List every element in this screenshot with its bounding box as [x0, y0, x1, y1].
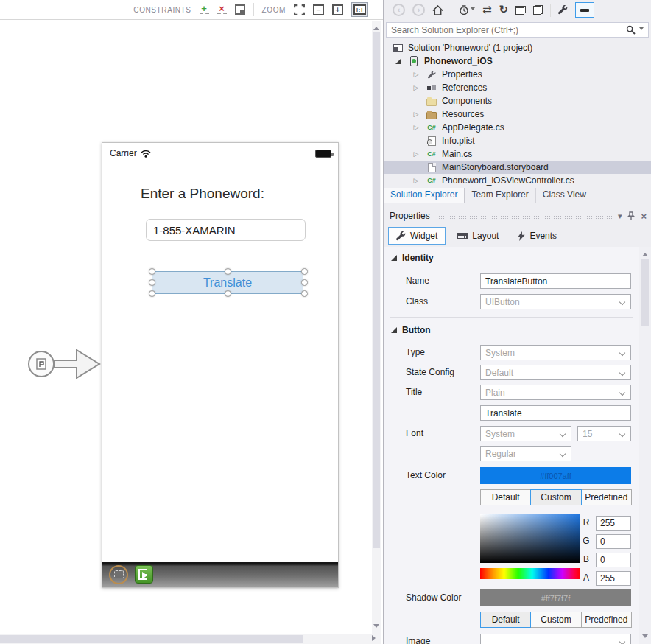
selection-handle[interactable] — [149, 268, 155, 275]
color-hue-slider[interactable] — [480, 568, 580, 579]
font-name-dropdown[interactable]: System — [480, 426, 571, 441]
tab-layout[interactable]: Layout — [448, 227, 507, 245]
selection-handle[interactable] — [301, 279, 308, 286]
chevron-right-icon[interactable]: ▷ — [412, 111, 420, 118]
window-position-icon[interactable]: ▾ — [618, 212, 622, 220]
refresh-icon[interactable]: ↻ — [499, 4, 509, 15]
exit-segue-icon[interactable] — [135, 565, 153, 584]
chevron-right-icon[interactable]: ▷ — [412, 124, 420, 131]
designer-vertical-scrollbar[interactable] — [372, 21, 381, 634]
scroll-down-arrow[interactable] — [642, 634, 648, 641]
selection-handle[interactable] — [149, 279, 155, 286]
tree-item-mainstoryboard[interactable]: MainStoryboard.storyboard — [384, 161, 651, 174]
designer-horizontal-scrollbar[interactable] — [0, 634, 381, 644]
chevron-right-icon[interactable]: ▷ — [412, 84, 420, 91]
scrollbar-thumb[interactable] — [0, 635, 303, 643]
scroll-up-arrow[interactable] — [642, 250, 648, 256]
chevron-right-icon[interactable]: ▷ — [412, 150, 420, 158]
phoneword-text-field[interactable]: 1-855-XAMARIN — [146, 219, 306, 241]
tree-item-viewcontroller[interactable]: ▷ C# Phoneword_iOSViewController.cs — [384, 174, 651, 187]
class-dropdown[interactable]: UIButton — [480, 294, 631, 309]
zoom-in-icon[interactable]: + — [332, 4, 343, 15]
zoom-fit-icon[interactable] — [294, 4, 305, 15]
blue-input[interactable]: 0 — [596, 553, 631, 567]
properties-scrollbar[interactable] — [639, 247, 651, 644]
chevron-expanded-icon[interactable] — [395, 59, 401, 64]
type-dropdown[interactable]: System — [480, 345, 631, 360]
swap-views-icon[interactable]: ⇄ — [482, 4, 492, 15]
scroll-down-arrow[interactable] — [373, 624, 379, 631]
selection-handle[interactable] — [225, 290, 231, 297]
cascade-windows-icon[interactable] — [515, 6, 526, 15]
scrollbar-thumb[interactable] — [373, 32, 380, 548]
translate-button-canvas[interactable]: Translate — [152, 271, 303, 294]
storyboard-entry-point-arrow[interactable] — [25, 343, 102, 385]
chevron-right-icon[interactable]: ▷ — [412, 177, 420, 184]
tree-item-maincs[interactable]: ▷ C# Main.cs — [384, 147, 651, 161]
green-input[interactable]: 0 — [596, 534, 631, 549]
scroll-right-arrow[interactable] — [372, 635, 379, 641]
selection-handle[interactable] — [301, 290, 308, 297]
red-input[interactable]: 255 — [596, 516, 631, 531]
alpha-input[interactable]: 255 — [596, 571, 631, 586]
tab-solution-explorer[interactable]: Solution Explorer — [384, 188, 465, 203]
storyboard-canvas[interactable]: Carrier Enter a Phoneword: 1-855-XAMARIN… — [0, 21, 372, 634]
custom-button[interactable]: Custom — [530, 612, 581, 628]
default-button[interactable]: Default — [480, 612, 531, 628]
tab-events[interactable]: Events — [510, 227, 565, 245]
shadow-color-swatch[interactable]: #ff7f7f7f — [480, 589, 631, 606]
properties-title-bar[interactable]: Properties ▾ × — [384, 209, 651, 223]
close-icon[interactable]: × — [641, 211, 647, 221]
home-icon[interactable] — [432, 5, 443, 15]
scroll-up-arrow[interactable] — [373, 24, 379, 30]
title-mode-dropdown[interactable]: Plain — [480, 385, 631, 400]
tree-item-appdelegate[interactable]: ▷ C# AppDelegate.cs — [384, 121, 651, 134]
copy-documents-icon[interactable] — [533, 5, 543, 15]
section-identity[interactable]: Identity — [391, 253, 434, 263]
remove-constraint-icon[interactable]: × — [217, 5, 227, 14]
view-controller-frame[interactable]: Carrier Enter a Phoneword: 1-855-XAMARIN… — [102, 142, 339, 588]
add-constraint-icon[interactable]: + — [200, 5, 209, 14]
font-style-dropdown[interactable]: Regular — [480, 446, 571, 461]
zoom-out-icon[interactable]: – — [313, 4, 324, 15]
chevron-down-icon[interactable] — [639, 27, 644, 32]
predefined-button[interactable]: Predefined — [581, 489, 632, 505]
image-dropdown[interactable] — [480, 634, 631, 644]
tree-item-properties[interactable]: ▷ Properties — [384, 68, 651, 81]
section-button[interactable]: Button — [391, 325, 431, 335]
color-saturation-picker[interactable] — [480, 514, 580, 563]
selection-handle[interactable] — [301, 268, 308, 275]
navigate-back-icon[interactable]: ‹ — [393, 4, 405, 16]
tab-class-view[interactable]: Class View — [536, 188, 593, 203]
view-controller-icon[interactable] — [109, 565, 128, 584]
update-constraints-icon[interactable] — [235, 4, 245, 15]
search-icon[interactable] — [626, 25, 636, 35]
tab-widget[interactable]: Widget — [388, 227, 446, 245]
wrench-icon[interactable] — [558, 5, 568, 15]
tree-item-resources[interactable]: ▷ Resources — [384, 108, 651, 121]
tree-item-solution[interactable]: Solution 'Phoneword' (1 project) — [384, 41, 651, 55]
default-button[interactable]: Default — [480, 489, 531, 505]
selection-handle[interactable] — [225, 268, 231, 275]
history-dropdown[interactable] — [459, 5, 475, 15]
chevron-right-icon[interactable]: ▷ — [412, 71, 420, 78]
state-config-dropdown[interactable]: Default — [480, 365, 631, 380]
tree-item-project[interactable]: Phoneword_iOS — [384, 55, 651, 68]
tree-item-infoplist[interactable]: Info.plist — [384, 134, 651, 147]
name-input[interactable]: TranslateButton — [480, 273, 631, 289]
solution-explorer-search[interactable]: Search Solution Explorer (Ctrl+;) — [386, 22, 649, 38]
zoom-actual-size-button[interactable]: I:I — [351, 2, 368, 17]
navigate-forward-icon[interactable]: › — [412, 4, 425, 16]
tree-item-components[interactable]: Components — [384, 94, 651, 108]
pin-icon[interactable] — [627, 211, 635, 221]
tab-team-explorer[interactable]: Team Explorer — [465, 188, 535, 203]
title-text-input[interactable]: Translate — [480, 405, 631, 421]
custom-button[interactable]: Custom — [530, 489, 581, 505]
selection-handle[interactable] — [149, 290, 155, 297]
font-size-dropdown[interactable]: 15 — [577, 426, 631, 441]
tree-item-references[interactable]: ▷ References — [384, 81, 651, 94]
toggle-surface-button[interactable] — [575, 2, 594, 18]
text-color-swatch[interactable]: #ff007aff — [480, 467, 631, 484]
phoneword-heading-label[interactable]: Enter a Phoneword: — [102, 186, 303, 202]
scrollbar-thumb[interactable] — [641, 259, 649, 326]
